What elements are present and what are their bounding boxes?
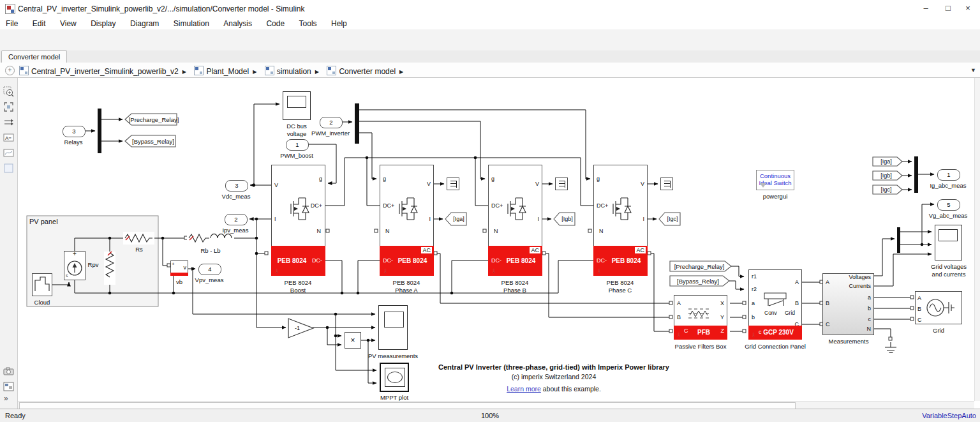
breadcrumb-expand-icon[interactable]: +: [5, 66, 15, 75]
model-browser-icon[interactable]: [3, 381, 14, 392]
port-label-n: N: [317, 228, 322, 234]
vb-voltage-measure-block[interactable]: + v: [170, 260, 188, 276]
menu-diagram[interactable]: Diagram: [124, 18, 165, 28]
tab-bar: Converter model: [0, 50, 980, 63]
terminator-icon: [450, 181, 457, 188]
outport-ig-abc-meas[interactable]: 1: [937, 169, 960, 181]
pv-measurements-scope[interactable]: [378, 305, 408, 350]
product-block[interactable]: ×: [345, 332, 361, 349]
screenshot-icon[interactable]: [3, 366, 14, 377]
grid-voltages-currents-scope[interactable]: [935, 225, 962, 260]
grid-connection-panel-block[interactable]: r1 r2 a b A B C c GCP 230V ↓ Conv Grid: [748, 269, 802, 340]
from-igb[interactable]: [Igb]: [880, 172, 892, 179]
breadcrumb-item-root[interactable]: Central_PV_inverter_Simulink_powerlib_v2: [31, 67, 179, 76]
goto-igc[interactable]: [Igc]: [667, 216, 678, 222]
from-bypass-relay[interactable]: [Bypass_Relay]: [677, 278, 719, 285]
breadcrumb-item-simulation[interactable]: simulation: [277, 67, 311, 76]
menu-analysis[interactable]: Analysis: [218, 18, 258, 28]
outport-ipv-meas[interactable]: 2: [225, 214, 248, 225]
outport-vpv-meas-label: Vpv_meas: [195, 276, 224, 283]
dc-bus-voltage-scope[interactable]: [283, 91, 311, 120]
annotation-icon[interactable]: A=: [3, 132, 14, 143]
breadcrumb-sep-icon: ▶: [315, 69, 319, 75]
palette-more-icon[interactable]: »: [4, 394, 8, 403]
from-igc[interactable]: [Igc]: [880, 186, 891, 193]
port-label-v: V: [274, 182, 278, 188]
peb8024-phase-a-block[interactable]: g DC+ N V I AC DC- PEB 8024 ↓: [380, 165, 434, 276]
rs-label: Rs: [135, 246, 143, 253]
dc-bus-scope-label-1: DC bus: [286, 123, 307, 130]
goto-precharge-relay[interactable]: [Precharge_Relay]: [129, 116, 179, 123]
download-arrow-icon: ↓: [597, 266, 601, 274]
breadcrumb-sep-icon: ▶: [182, 69, 186, 75]
close-button[interactable]: ×: [958, 1, 977, 15]
status-solver[interactable]: VariableStepAuto: [922, 412, 976, 419]
breadcrumb-item-plant-model[interactable]: Plant_Model: [206, 67, 249, 76]
mosfet-diode-icon: [504, 196, 527, 222]
inport-pwm-inverter[interactable]: 2: [320, 117, 343, 128]
outport-vdc-meas-label: Vdc_meas: [222, 193, 251, 200]
outport-vdc-meas[interactable]: 3: [225, 180, 248, 192]
rpv-label: Rpv: [88, 261, 99, 268]
area-box-icon[interactable]: [3, 163, 14, 174]
menu-edit[interactable]: Edit: [27, 18, 52, 28]
grid-label: Grid: [933, 327, 944, 334]
inport-pwm-boost[interactable]: 1: [286, 139, 309, 151]
breadcrumb-dropdown-icon[interactable]: ▼: [970, 67, 976, 73]
tab-converter-model[interactable]: Converter model: [1, 50, 67, 63]
breadcrumb-sep-icon: ▶: [399, 69, 403, 75]
from-iga[interactable]: [Iga]: [880, 158, 892, 165]
inport-pwm-boost-label: PWM_boost: [280, 152, 313, 159]
gcp-grid-label: Grid: [785, 310, 795, 316]
pv-current-source-block[interactable]: + s: [64, 251, 85, 280]
cloud-block[interactable]: [32, 273, 52, 296]
download-arrow-icon: ↓: [752, 330, 755, 338]
menu-help[interactable]: Help: [325, 18, 353, 28]
menu-file[interactable]: File: [0, 18, 24, 28]
model-node-icon: [265, 66, 274, 75]
simulink-window: { "window": {"title": "Central_PV_invert…: [0, 0, 980, 422]
from-precharge-relay[interactable]: [Precharge_Relay]: [674, 263, 725, 270]
terminator-icon: [664, 181, 671, 188]
peb8024-phase-c-block[interactable]: g DC+ N V I AC DC- PEB 8024 ↓: [593, 165, 648, 276]
goto-igb[interactable]: [Igb]: [561, 216, 573, 222]
peb8024-boost-block[interactable]: V I AC g DC+ N DC- PEB 8024 ↓: [271, 165, 325, 276]
goto-iga[interactable]: [Iga]: [453, 216, 464, 222]
vertical-scrollbar[interactable]: [974, 77, 980, 401]
maximize-button[interactable]: □: [939, 1, 958, 15]
dc-bus-scope-label-2: voltage: [287, 130, 307, 137]
menu-tools[interactable]: Tools: [293, 18, 323, 28]
signal-routing-icon[interactable]: [3, 117, 14, 128]
menu-display[interactable]: Display: [85, 18, 121, 28]
vb-label: vb: [176, 278, 182, 285]
outport-vg-abc-meas[interactable]: 5: [937, 199, 960, 211]
menu-code[interactable]: Code: [260, 18, 290, 28]
outport-vpv-meas[interactable]: 4: [198, 264, 221, 275]
outport-ipv-meas-label: Ipv_meas: [222, 227, 248, 234]
fit-to-view-icon[interactable]: [3, 102, 14, 112]
powergui-block[interactable]: Continuous Ideal Switch: [756, 170, 794, 190]
pfb-label: Passive Filters Box: [675, 343, 727, 350]
measurements-block[interactable]: A B C Voltages Currents a b c N: [822, 273, 874, 335]
status-bar: Ready 100% VariableStepAuto: [0, 409, 980, 422]
breadcrumb-item-converter-model[interactable]: Converter model: [339, 67, 396, 76]
menu-bar: File Edit View Display Diagram Simulatio…: [0, 17, 980, 29]
terminator-block[interactable]: [555, 177, 568, 190]
peb8024-phase-b-block[interactable]: g DC+ N V I AC DC- PEB 8024 ↓: [488, 165, 542, 276]
image-annotation-icon[interactable]: [3, 147, 14, 158]
learn-more-link[interactable]: Learn more: [507, 385, 541, 393]
goto-bypass-relay[interactable]: [Bypass_Relay]: [132, 138, 174, 145]
powergui-line1: Continuous: [757, 172, 794, 179]
zoom-select-icon[interactable]: [3, 86, 14, 97]
grid-source-block[interactable]: A B C: [915, 291, 962, 324]
gcp-label: Grid Connection Panel: [745, 343, 806, 350]
menu-simulation[interactable]: Simulation: [168, 18, 215, 28]
current-source-icon: [64, 252, 85, 280]
terminator-block[interactable]: [660, 177, 673, 190]
menu-view[interactable]: View: [54, 18, 82, 28]
inport-relays[interactable]: 3: [63, 126, 85, 137]
minimize-button[interactable]: –: [916, 1, 935, 15]
terminator-block[interactable]: [447, 177, 459, 190]
passive-filters-box-block[interactable]: A B X Y C Z PFB ↓: [674, 295, 727, 340]
breadcrumb: Central_PV_inverter_Simulink_powerlib_v2…: [19, 65, 408, 77]
